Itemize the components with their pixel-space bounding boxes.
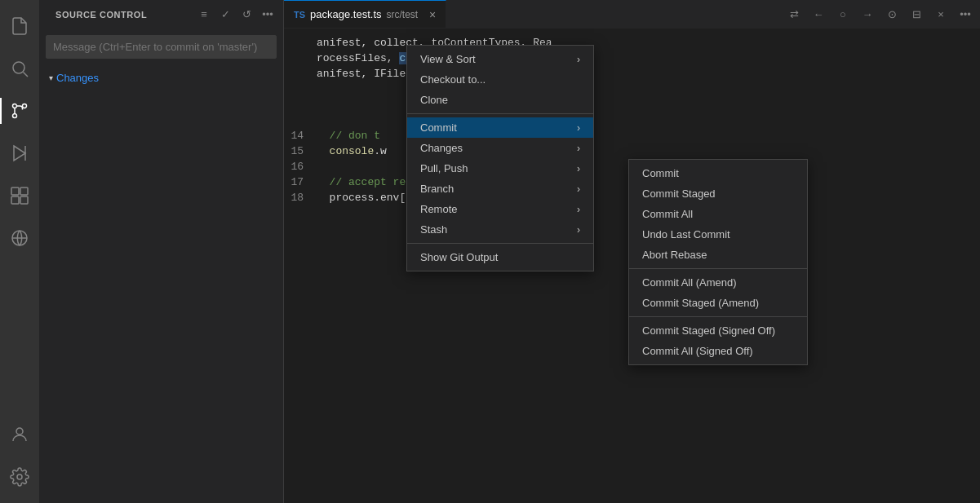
svg-rect-9: [11, 196, 19, 204]
tab-bar-actions: ⇄ ← ○ → ⊙ ⊟ × •••: [779, 0, 980, 28]
svg-rect-7: [11, 188, 19, 195]
clone-menu-item[interactable]: Clone: [407, 90, 593, 110]
panel-actions: ≡ ✓ ↺ •••: [195, 6, 277, 24]
changes-menu-item[interactable]: Changes ›: [407, 138, 593, 158]
pull-push-label: Pull, Push: [420, 162, 567, 174]
undo-last-commit-item[interactable]: Undo Last Commit: [629, 224, 807, 245]
commit-submenu: Commit Commit Staged Commit All Undo Las…: [628, 159, 808, 365]
remote-explorer-icon[interactable]: [0, 218, 39, 258]
changes-header[interactable]: ▾ Changes: [39, 68, 283, 87]
checkout-label: Checkout to...: [420, 73, 580, 86]
tab-path: src/test: [387, 9, 419, 20]
changes-arrow-icon: ›: [577, 143, 580, 154]
code-line: 'st';: [284, 82, 980, 97]
files-icon[interactable]: [0, 7, 39, 46]
list-view-button[interactable]: ≡: [195, 6, 213, 24]
commit-staged-signed-label: Commit Staged (Signed Off): [642, 324, 775, 337]
view-sort-arrow-icon: ›: [577, 54, 580, 65]
abort-rebase-label: Abort Rebase: [642, 249, 707, 261]
svg-point-12: [16, 428, 23, 435]
commit-all-signed-label: Commit All (Signed Off): [642, 345, 753, 357]
nav-dots-button[interactable]: ○: [831, 2, 854, 25]
ts-badge: TS: [294, 10, 305, 20]
refresh-button[interactable]: ↺: [237, 6, 255, 24]
code-line: rocessFiles, createDefaultProcessors: [284, 51, 980, 66]
commit-all-amend-label: Commit All (Amend): [642, 276, 737, 289]
pull-push-menu-item[interactable]: Pull, Push ›: [407, 158, 593, 179]
svg-point-0: [13, 62, 24, 73]
remote-arrow-icon: ›: [577, 204, 580, 215]
commit-staged-label: Commit Staged: [642, 188, 716, 200]
editor-more-button[interactable]: •••: [954, 2, 977, 25]
tab-bar: TS package.test.ts src/test × ⇄ ← ○ → ⊙ …: [284, 0, 980, 29]
settings-icon[interactable]: [0, 457, 39, 496]
chevron-icon: ▾: [49, 73, 53, 82]
search-icon[interactable]: [0, 49, 39, 88]
commit-all-label: Commit All: [642, 208, 693, 220]
panel-title: SOURCE CONTROL: [55, 10, 147, 20]
commit-menu-item[interactable]: Commit ›: [407, 117, 593, 138]
svg-marker-5: [14, 146, 25, 161]
submenu-separator-1: [629, 268, 807, 269]
code-line: 14 // don t: [284, 128, 980, 143]
changes-label: Changes: [56, 72, 99, 84]
pull-push-arrow-icon: ›: [577, 163, 580, 174]
open-changes-button[interactable]: ⊙: [880, 2, 903, 25]
remote-menu-item[interactable]: Remote ›: [407, 199, 593, 219]
extensions-icon[interactable]: [0, 176, 39, 215]
svg-point-3: [23, 104, 27, 108]
view-sort-menu-item[interactable]: View & Sort ›: [407, 49, 593, 69]
abort-rebase-item[interactable]: Abort Rebase: [629, 245, 807, 265]
show-git-output-menu-item[interactable]: Show Git Output: [407, 247, 593, 267]
commit-staged-action-item[interactable]: Commit Staged: [629, 183, 807, 204]
show-git-output-label: Show Git Output: [420, 251, 580, 263]
clone-label: Clone: [420, 94, 580, 106]
svg-point-4: [13, 114, 17, 118]
branch-arrow-icon: ›: [577, 183, 580, 195]
stash-menu-item[interactable]: Stash ›: [407, 219, 593, 240]
commit-staged-amend-item[interactable]: Commit Staged (Amend): [629, 293, 807, 313]
commit-arrow-icon: ›: [577, 122, 580, 134]
commit-all-amend-item[interactable]: Commit All (Amend): [629, 272, 807, 293]
changes-section: ▾ Changes: [39, 65, 283, 90]
branch-label: Branch: [420, 183, 567, 195]
changes-label: Changes: [420, 142, 567, 154]
primary-context-menu: View & Sort › Checkout to... Clone Commi…: [406, 45, 594, 271]
code-line: 'fy';: [284, 113, 980, 128]
split-editor-button[interactable]: ⊟: [905, 2, 928, 25]
run-icon[interactable]: [0, 134, 39, 173]
view-sort-label: View & Sort: [420, 53, 567, 65]
source-control-icon[interactable]: [0, 91, 39, 130]
svg-line-1: [24, 73, 29, 77]
tab-close-button[interactable]: ×: [426, 8, 439, 21]
code-line: anifest, collect, toContentTypes, Rea: [284, 35, 980, 51]
active-tab[interactable]: TS package.test.ts src/test ×: [284, 0, 446, 28]
commit-action-item[interactable]: Commit: [629, 163, 807, 183]
checkout-menu-item[interactable]: Checkout to...: [407, 69, 593, 90]
activity-bar: [0, 0, 39, 503]
stash-arrow-icon: ›: [577, 224, 580, 236]
commit-check-button[interactable]: ✓: [216, 6, 234, 24]
close-editor-button[interactable]: ×: [929, 2, 952, 25]
more-actions-button[interactable]: •••: [259, 6, 277, 24]
submenu-separator-2: [629, 316, 807, 317]
commit-staged-amend-label: Commit Staged (Amend): [642, 297, 759, 309]
go-forward-button[interactable]: →: [856, 2, 879, 25]
accounts-icon[interactable]: [0, 415, 39, 454]
commit-all-signed-item[interactable]: Commit All (Signed Off): [629, 341, 807, 361]
commit-input-area: [39, 29, 283, 65]
git-compare-button[interactable]: ⇄: [783, 2, 805, 25]
commit-all-action-item[interactable]: Commit All: [629, 204, 807, 224]
commit-staged-signed-item[interactable]: Commit Staged (Signed Off): [629, 320, 807, 341]
commit-message-input[interactable]: [46, 35, 277, 59]
menu-separator-2: [407, 243, 593, 244]
code-line: ';: [284, 97, 980, 113]
commit-label: Commit: [420, 121, 567, 134]
commit-action-label: Commit: [642, 167, 679, 179]
go-back-button[interactable]: ←: [807, 2, 830, 25]
code-line: 15 console.w: [284, 143, 980, 159]
branch-menu-item[interactable]: Branch ›: [407, 179, 593, 199]
remote-label: Remote: [420, 203, 567, 215]
undo-last-commit-label: Undo Last Commit: [642, 228, 730, 240]
panel-header: SOURCE CONTROL ≡ ✓ ↺ •••: [39, 0, 283, 29]
